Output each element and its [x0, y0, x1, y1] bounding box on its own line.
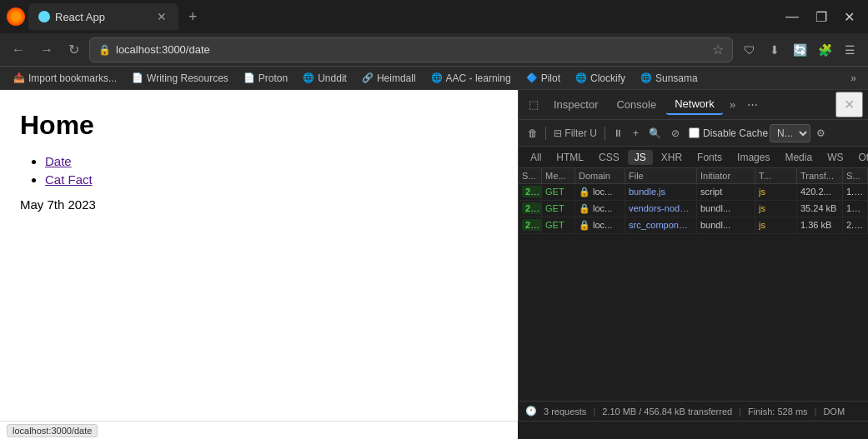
nav-actions: 🛡 ⬇ 🔄 🧩 ☰ — [738, 38, 861, 62]
bookmark-writing-label: Writing Resources — [147, 72, 228, 84]
transferred-cell: 1.36 kB — [797, 217, 843, 233]
status-sep-1: | — [593, 407, 595, 417]
bookmarks-more-button[interactable]: » — [845, 71, 861, 86]
status-badge: 200 — [522, 219, 542, 231]
tab-close-button[interactable]: ✕ — [155, 10, 168, 23]
col-initiator: Initiator — [697, 168, 755, 183]
list-item-catfact: Cat Fact — [45, 172, 498, 187]
devtools-settings-button[interactable]: ⋯ — [742, 96, 763, 113]
devtools-statusbar: 🕐 3 requests | 2.10 MB / 456.84 kB trans… — [519, 401, 868, 421]
file-cell: bundle.js — [625, 184, 697, 200]
bookmark-clockify[interactable]: 🌐 Clockify — [569, 71, 632, 86]
devtools-panel: ⬚ Inspector Console Network » ⋯ ✕ 🗑 ⊟ Fi… — [518, 90, 868, 421]
settings-gear-button[interactable]: ⚙ — [812, 125, 830, 142]
bookmark-proton-icon: 📄 — [243, 72, 255, 83]
filter-css[interactable]: CSS — [592, 150, 626, 165]
extension-button[interactable]: 🧩 — [813, 38, 836, 62]
filter-js[interactable]: JS — [628, 150, 653, 165]
browser-statusbar: localhost:3000/date — [0, 421, 518, 439]
domain-cell: 🔒 loc... — [575, 217, 625, 233]
tab-network[interactable]: Network — [666, 94, 723, 115]
dom-label: DOM — [823, 407, 845, 417]
vpn-button[interactable]: 🛡 — [738, 38, 761, 62]
tab-inspector[interactable]: Inspector — [545, 95, 606, 114]
table-row[interactable]: 200 GET 🔒 loc... vendors-node_modules_r … — [519, 201, 868, 217]
pause-button[interactable]: ⏸ — [609, 125, 627, 142]
sync-button[interactable]: 🔄 — [788, 38, 811, 62]
col-type: T... — [755, 168, 797, 183]
toolbar-separator-1 — [545, 127, 546, 140]
transferred-cell: 420.2... — [797, 184, 843, 200]
col-file: File — [625, 168, 697, 183]
table-row[interactable]: 200 GET 🔒 loc... bundle.js script js 420… — [519, 184, 868, 201]
bookmark-pilot[interactable]: 🔷 Pilot — [519, 71, 567, 86]
bottom-bar: localhost:3000/date — [0, 421, 868, 439]
filter-media[interactable]: Media — [778, 150, 819, 165]
page-date-text: May 7th 2023 — [20, 197, 498, 212]
filter-xhr[interactable]: XHR — [655, 150, 689, 165]
tab-favicon — [38, 11, 50, 22]
block-button[interactable]: ⊘ — [667, 125, 684, 142]
bookmark-import[interactable]: 📥 Import bookmarks... — [7, 71, 123, 86]
devtools-close-button[interactable]: ✕ — [835, 92, 863, 117]
size-cell: 2.70 — [843, 217, 868, 233]
date-link[interactable]: Date — [45, 154, 72, 168]
content-area: Home Date Cat Fact May 7th 2023 ⬚ Inspec… — [0, 90, 868, 421]
bookmark-heimdall-label: Heimdall — [377, 72, 416, 84]
devtools-header: ⬚ Inspector Console Network » ⋯ ✕ — [519, 90, 868, 120]
col-status: S... — [519, 168, 542, 183]
search-button[interactable]: 🔍 — [645, 125, 665, 142]
file-cell: vendors-node_modules_r — [625, 201, 697, 217]
finish-time: Finish: 528 ms — [748, 407, 808, 417]
initiator-cell: bundl... — [697, 217, 755, 233]
reload-button[interactable]: ↻ — [63, 38, 84, 61]
tab-console[interactable]: Console — [608, 95, 665, 114]
size-cell: 1.96 — [843, 184, 868, 200]
bookmark-aac[interactable]: 🌐 AAC - learning — [424, 71, 518, 86]
bookmark-sunsama[interactable]: 🌐 Sunsama — [634, 71, 705, 86]
filter-other[interactable]: Other — [851, 150, 868, 165]
bookmark-proton[interactable]: 📄 Proton — [237, 71, 294, 86]
maximize-button[interactable]: ❐ — [809, 6, 834, 28]
file-cell: src_components_Date_js.c — [625, 217, 697, 233]
status-sep-3: | — [815, 407, 817, 417]
disable-cache-checkbox[interactable] — [689, 127, 700, 138]
menu-button[interactable]: ☰ — [838, 38, 861, 62]
bookmark-unddit[interactable]: 🌐 Unddit — [296, 71, 354, 86]
bookmark-unddit-label: Unddit — [318, 72, 347, 84]
url-bar[interactable]: 🔒 localhost:3000/date ☆ — [89, 37, 733, 62]
status-url: localhost:3000/date — [7, 424, 98, 437]
new-tab-button[interactable]: + — [182, 5, 204, 29]
filter-button[interactable]: ⊟ Filter U — [549, 125, 601, 142]
throttle-select[interactable]: N... — [770, 124, 810, 142]
bookmark-writing[interactable]: 📄 Writing Resources — [125, 71, 235, 86]
filter-ws[interactable]: WS — [820, 150, 850, 165]
back-button[interactable]: ← — [7, 39, 30, 61]
bookmark-heimdall[interactable]: 🔗 Heimdall — [355, 71, 423, 86]
clear-button[interactable]: 🗑 — [524, 125, 542, 142]
add-button[interactable]: + — [629, 125, 643, 142]
status-cell: 200 — [519, 201, 542, 217]
filter-fonts[interactable]: Fonts — [690, 150, 729, 165]
forward-button[interactable]: → — [35, 39, 58, 61]
status-cell: 200 — [519, 217, 542, 233]
col-method: Me... — [542, 168, 575, 183]
filter-images[interactable]: Images — [730, 150, 776, 165]
filter-all[interactable]: All — [524, 150, 548, 165]
list-item-date: Date — [45, 154, 498, 169]
status-badge: 200 — [522, 202, 542, 214]
devtools-more-tabs-button[interactable]: » — [725, 95, 740, 114]
table-row[interactable]: 200 GET 🔒 loc... src_components_Date_js.… — [519, 217, 868, 234]
catfact-link[interactable]: Cat Fact — [45, 172, 93, 187]
page-heading: Home — [20, 110, 498, 141]
close-button[interactable]: ✕ — [837, 6, 861, 28]
active-tab[interactable]: React App ✕ — [28, 3, 178, 30]
bookmark-star-icon[interactable]: ☆ — [712, 42, 724, 57]
devtools-picker-button[interactable]: ⬚ — [524, 96, 544, 113]
download-button[interactable]: ⬇ — [763, 38, 786, 62]
bookmark-pilot-icon: 🔷 — [526, 72, 538, 83]
bookmarks-bar: 📥 Import bookmarks... 📄 Writing Resource… — [0, 67, 868, 90]
bookmark-clockify-icon: 🌐 — [575, 72, 587, 83]
minimize-button[interactable]: — — [779, 6, 805, 28]
filter-html[interactable]: HTML — [549, 150, 590, 165]
